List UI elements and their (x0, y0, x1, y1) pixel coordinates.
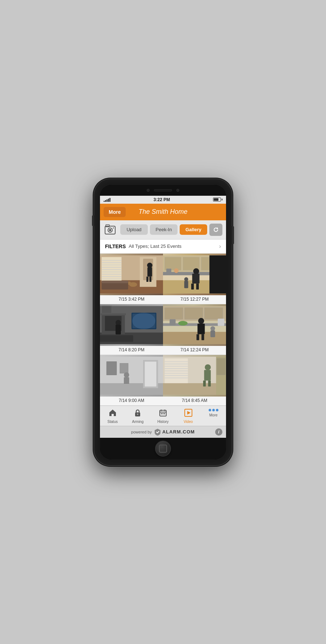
gallery-item[interactable]: 7/15 3:42 PM (100, 254, 163, 304)
home-icon (109, 409, 117, 417)
status-icon (109, 409, 117, 419)
camera-dot-2 (176, 189, 179, 192)
more-nav-label: More (209, 413, 218, 417)
gallery-item[interactable]: 7/14 9:00 AM (100, 355, 163, 406)
info-button[interactable]: i (215, 428, 222, 436)
video-label: Video (184, 420, 193, 424)
arming-icon (134, 409, 142, 419)
battery-fill (214, 198, 218, 201)
svg-rect-92 (204, 370, 211, 380)
gallery-tab[interactable]: Gallery (180, 224, 207, 235)
gallery-caption-6: 7/14 8:45 AM (163, 397, 226, 406)
signal-bar-3 (106, 199, 108, 202)
gallery-caption-2: 7/15 12:27 PM (163, 295, 226, 304)
gallery-item[interactable]: 7/14 8:45 AM (163, 355, 226, 406)
phone-device: 3:22 PM More The Smith Home (94, 179, 232, 465)
svg-point-4 (113, 227, 114, 228)
svg-point-35 (193, 268, 199, 274)
filters-value: All Types; Last 25 Events (129, 243, 219, 249)
video-icon (184, 409, 192, 419)
camera-dot (147, 189, 150, 192)
svg-rect-59 (165, 308, 183, 319)
svg-rect-38 (196, 283, 199, 289)
room-scene-3 (100, 304, 163, 346)
powered-bar: powered by ALARM.COM i (100, 426, 226, 438)
battery-body (213, 198, 221, 202)
alarm-brand: ALARM.COM (162, 429, 195, 435)
svg-rect-50 (101, 313, 126, 315)
room-scene-6 (163, 355, 226, 397)
gallery-grid: 7/15 3:42 PM (100, 254, 226, 406)
battery-icon (213, 198, 222, 202)
gallery-item[interactable]: 7/14 8:20 PM (100, 304, 163, 355)
gallery-item[interactable]: 7/14 12:24 PM (163, 304, 226, 355)
history-label: History (157, 420, 168, 424)
svg-rect-63 (197, 323, 205, 334)
home-button-inner (159, 445, 167, 453)
svg-point-62 (198, 318, 204, 323)
nav-item-history[interactable]: History (150, 406, 176, 426)
svg-rect-22 (149, 276, 151, 282)
svg-point-91 (205, 364, 210, 370)
svg-point-66 (210, 326, 215, 331)
app-header: More The Smith Home (100, 204, 226, 220)
phone-bottom (100, 438, 226, 459)
svg-rect-56 (163, 332, 226, 344)
svg-rect-93 (203, 380, 206, 386)
arming-label: Arming (132, 420, 144, 424)
svg-point-47 (132, 313, 155, 329)
signal-bar-4 (108, 199, 109, 202)
nav-item-more[interactable]: More (201, 406, 226, 426)
nav-item-status[interactable]: Status (100, 406, 125, 426)
toolbar: Upload Peek-In Gallery (100, 220, 226, 240)
gallery-caption-3: 7/14 8:20 PM (100, 346, 163, 355)
svg-rect-69 (170, 319, 175, 325)
svg-rect-31 (183, 257, 200, 270)
svg-rect-30 (165, 257, 181, 270)
svg-rect-37 (191, 283, 194, 289)
svg-point-68 (178, 321, 188, 326)
svg-rect-20 (147, 267, 152, 276)
camera-icon-box (104, 223, 117, 236)
svg-rect-61 (204, 308, 222, 319)
svg-rect-76 (145, 361, 156, 386)
gallery-thumb-1 (100, 254, 163, 295)
home-button[interactable] (155, 441, 171, 457)
refresh-button[interactable] (209, 224, 222, 236)
svg-rect-54 (102, 306, 112, 313)
gallery-thumb-3 (100, 304, 163, 346)
gallery-item[interactable]: 7/15 12:27 PM (163, 254, 226, 304)
svg-rect-65 (201, 334, 204, 340)
nav-item-arming[interactable]: Arming (125, 406, 151, 426)
svg-rect-52 (116, 325, 121, 334)
filters-label: FILTERS (105, 243, 126, 249)
peekin-tab[interactable]: Peek-In (150, 224, 177, 235)
alarm-shield-icon (154, 428, 161, 436)
status-left (104, 198, 110, 202)
phone-screen: 3:22 PM More The Smith Home (100, 185, 226, 459)
calendar-icon (159, 409, 167, 417)
svg-rect-64 (196, 334, 199, 340)
upload-tab[interactable]: Upload (120, 224, 148, 235)
more-button[interactable]: More (104, 207, 126, 217)
battery-tip (222, 199, 222, 200)
gallery-thumb-6 (163, 355, 226, 397)
refresh-icon (213, 226, 219, 233)
room-scene-2 (163, 254, 226, 295)
svg-rect-70 (218, 318, 224, 326)
filters-bar[interactable]: FILTERS All Types; Last 25 Events › (100, 240, 226, 254)
status-label: Status (108, 420, 118, 424)
svg-rect-41 (166, 268, 171, 274)
play-icon (184, 409, 192, 417)
signal-bars (104, 198, 110, 202)
svg-point-19 (147, 262, 152, 268)
nav-item-video[interactable]: Video (176, 406, 201, 426)
status-time: 3:22 PM (154, 197, 170, 202)
signal-bar-2 (105, 200, 106, 202)
gallery-caption-4: 7/14 12:24 PM (163, 346, 226, 355)
svg-point-98 (137, 414, 138, 415)
gallery-caption-5: 7/14 9:00 AM (100, 397, 163, 406)
svg-rect-26 (102, 280, 128, 283)
gallery-caption-1: 7/15 3:42 PM (100, 295, 163, 304)
svg-rect-96 (217, 358, 225, 375)
